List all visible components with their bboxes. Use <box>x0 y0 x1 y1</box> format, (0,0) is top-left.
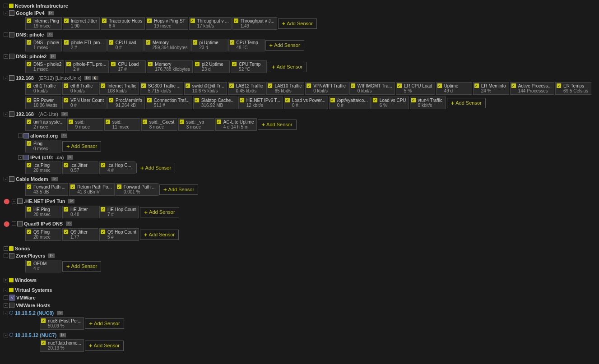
expand-er12[interactable]: - <box>4 76 8 80</box>
add-sensor-nuc7[interactable]: + Add Sensor <box>85 341 124 351</box>
sensor-uptime-er12[interactable]: ✓ Uptime 49 d <box>436 82 472 95</box>
sensor-sg300-traffic[interactable]: ✓ SG300 Traffic ... 5,715 kbit/s <box>140 82 183 95</box>
sensor-nuc7-host-perf[interactable]: ✓ nuc7.lab.home... 20.13 % <box>40 339 84 352</box>
sensor-cpu-load-pihole2[interactable]: ✓ CPU Load 17 # <box>110 60 146 73</box>
sensor-load-vs-power[interactable]: ✓ Load vs Power... 0 # <box>284 97 328 109</box>
sensor-return-path-power[interactable]: ✓ Return Path Po... 41.3 dBmV <box>69 183 115 196</box>
expand-windows[interactable]: + <box>4 278 8 282</box>
sensor-active-processes[interactable]: ✓ Active Process... 144 Processes <box>510 82 554 95</box>
sensor-nuc8-host-perf[interactable]: ✓ nuc8 (Host Per... 50.09 % <box>40 317 84 330</box>
sensor-internet-jitter[interactable]: ✓ Internet Jitter 1.90 <box>63 17 100 30</box>
add-sensor-ipv4-ca[interactable]: + Add Sensor <box>136 163 175 173</box>
sensor-ca-hop-count[interactable]: ✓ .ca Hop C... 4 # <box>99 161 135 174</box>
sensor-internet-ping[interactable]: ✓ Internet Ping 19 msec <box>25 17 62 30</box>
sensor-unifi-ap[interactable]: ✓ unifi ap syste... 2 msec <box>25 118 66 131</box>
expand-virtual-systems[interactable]: - <box>4 288 8 292</box>
sensor-slabtop-cache[interactable]: ✓ Slabtop Cache... 316.92 MB <box>193 97 237 109</box>
sensor-name: DNS - pihole2 <box>28 62 61 67</box>
sensor-ofdm[interactable]: ✓ OFDM 4 # <box>25 260 61 272</box>
sensor-ssid-2[interactable]: ✓ ssid: 11 msec <box>104 118 140 131</box>
sensor-wifimgmt-traffic[interactable]: ✓ WIFIMGMT Tra... 0 kbit/s <box>349 82 395 95</box>
sensor-henet-ipv6[interactable]: ✓ HE.NET IPv6 T... 12 kbit/s <box>238 97 283 109</box>
expand-network-infrastructure[interactable]: - <box>4 4 8 8</box>
sensor-lab10-traffic[interactable]: ✓ LAB10 Traffic 65 kbit/s <box>266 82 304 95</box>
add-sensor-er12[interactable]: + Add Sensor <box>447 98 486 108</box>
sensor-ca-ping[interactable]: ✓ .ca Ping 20 msec <box>25 161 61 174</box>
sensor-er-cpu-load[interactable]: ✓ ER CPU Load 5 % <box>396 82 435 95</box>
sensor-value: 316.92 MB <box>196 103 235 108</box>
sensor-cpu-temp-pihole2[interactable]: ✓ CPU Temp 52 °C <box>231 60 267 73</box>
add-sensor-he-net[interactable]: + Add Sensor <box>140 207 179 217</box>
sensor-ssid-vp[interactable]: ✓ ssid: _vp 3 msec <box>178 118 214 131</box>
expand-vmware-hosts[interactable]: - <box>4 303 8 308</box>
expand-nuc7[interactable]: - <box>4 333 8 337</box>
sensor-he-hop-count[interactable]: ✓ HE Hop Count 7 # <box>99 206 139 218</box>
sensor-eth8-traffic[interactable]: ✓ eth8 Traffic 0 kbit/s <box>62 82 98 95</box>
sensor-pi-uptime[interactable]: ✓ pi Uptime 23 d <box>191 39 228 51</box>
sensor-ssid-guest[interactable]: ✓ ssid: _Guest 8 msec <box>141 118 177 131</box>
sensor-ping-allowed[interactable]: ✓ Ping 0 msec <box>25 140 61 152</box>
sensor-q9-hop-count[interactable]: ✓ Q9 Hop Count 5 # <box>99 228 139 241</box>
sensor-load-vs-cpu[interactable]: ✓ Load vs CPU 6 % <box>371 97 409 109</box>
sensor-forward-path-1[interactable]: ✓ Forward Path ... 43.5 dB <box>25 183 68 196</box>
sensor-aclite-uptime[interactable]: ✓ AC-Lite Uptime 4 d 14 h 5 m <box>215 118 257 131</box>
sensor-er-temps[interactable]: ✓ ER Temps 69.5 Celsius <box>555 82 591 95</box>
add-sensor-zoneplayers[interactable]: + Add Sensor <box>62 261 101 272</box>
expand-google-ipv4[interactable]: - <box>4 11 8 15</box>
sensor-er-power[interactable]: ✓ ER Power 10.06 Watts <box>25 97 61 109</box>
sensor-pihole2-ftl[interactable]: ✓ pihole-FTL pro... 2 # <box>65 60 109 73</box>
sensor-traceroute-hops[interactable]: ✓ Traceroute Hops 8 # <box>101 17 145 30</box>
add-sensor-quad9[interactable]: + Add Sensor <box>140 230 179 240</box>
add-sensor-dns-pihole2[interactable]: + Add Sensor <box>268 62 306 72</box>
add-sensor-aclite[interactable]: + Add Sensor <box>258 120 297 130</box>
expand-sonos[interactable]: - <box>4 246 8 251</box>
expand-vmware[interactable]: - <box>4 295 8 300</box>
add-sensor-cable-modem[interactable]: + Add Sensor <box>159 184 198 195</box>
sensor-connection-traffic[interactable]: ✓ Connection Traf... 511 # <box>146 97 192 109</box>
expand-aclite[interactable]: - <box>4 112 8 116</box>
sensor-forward-path-2[interactable]: ✓ Forward Path ... 0.001 % <box>116 183 158 196</box>
sensor-switch0-traffic[interactable]: ✓ switch0@itf Tr... 10,675 kbit/s <box>184 82 227 95</box>
sensor-vtun4-traffic[interactable]: ✓ vtun4 Traffic 0 kbit/s <box>410 97 446 109</box>
expand-quad9[interactable]: - <box>12 221 16 226</box>
sensor-pi2-uptime[interactable]: ✓ pi2 Uptime 23 d <box>194 60 230 73</box>
sensor-q9-jitter[interactable]: ✓ Q9 Jitter 1.77 <box>62 228 98 241</box>
sensor-eth1-traffic[interactable]: ✓ eth1 Traffic 0 kbit/s <box>25 82 61 95</box>
sensor-dns-pihole[interactable]: ✓ DNS - pihole 1 msec <box>25 39 62 51</box>
sensor-he-ping[interactable]: ✓ HE Ping 20 msec <box>25 206 61 218</box>
sensor-internet-traffic[interactable]: ✓ Internet Traffic 108 kbit/s <box>99 82 139 95</box>
sensor-throughput-v1[interactable]: ✓ Throughput v ... 17 kbit/s <box>189 17 232 30</box>
sensor-hops-ping-sf[interactable]: ✓ Hops v Ping SF 19 msec <box>146 17 188 30</box>
sensor-memory-pihole[interactable]: ✓ Memory 259,364 kilobytes <box>144 39 190 51</box>
sensor-cpu-temp-pihole[interactable]: ✓ CPU Temp 48 °C <box>228 39 265 51</box>
sensor-vpnwifi-traffic[interactable]: ✓ VPNWIFI Traffic 0 kbit/s <box>305 82 348 95</box>
sensor-opt-vyatta[interactable]: ✓ /opt/vyatta/co... 0 # <box>329 97 371 109</box>
sensor-lab12-traffic[interactable]: ✓ LAB12 Traffic 0.45 kbit/s <box>228 82 266 95</box>
expand-he-net[interactable]: - <box>12 199 16 203</box>
sensor-q9-ping[interactable]: ✓ Q9 Ping 20 msec <box>25 228 61 241</box>
dns-pihole-sensors: ✓ DNS - pihole 1 msec ✓ pihole-FTL pro..… <box>4 38 595 52</box>
sensor-he-jitter[interactable]: ✓ HE Jitter 0.48 <box>62 206 98 218</box>
sensor-dns-pihole2[interactable]: ✓ DNS - pihole2 1 msec <box>25 60 64 73</box>
sensor-name: ProcMeminfo <box>110 98 142 103</box>
add-sensor-google-ipv4[interactable]: + Add Sensor <box>278 18 317 29</box>
expand-dns-pihole2[interactable]: - <box>4 54 8 59</box>
expand-dns-pihole[interactable]: - <box>4 32 8 37</box>
sensor-memory-pihole2[interactable]: ✓ Memory 176,788 kilobytes <box>147 60 193 73</box>
sensor-procmeminfo[interactable]: ✓ ProcMeminfo 91,264 kB <box>107 97 145 109</box>
expand-zoneplayers[interactable]: - <box>4 253 8 258</box>
add-sensor-nuc8[interactable]: + Add Sensor <box>85 318 124 329</box>
add-sensor-allowed-org[interactable]: + Add Sensor <box>62 141 101 152</box>
sensor-cpu-load-pihole[interactable]: ✓ CPU Load 0 # <box>107 39 144 51</box>
expand-ipv4-ca[interactable]: - <box>18 155 23 160</box>
sensor-pihole-ftl[interactable]: ✓ pihole-FTL pro... 2 # <box>63 39 107 51</box>
expand-allowed-org[interactable]: - <box>18 134 23 138</box>
expand-nuc8[interactable]: - <box>4 311 8 315</box>
sensor-ca-jitter[interactable]: ✓ .ca Jitter 0.57 <box>62 161 98 174</box>
add-sensor-dns-pihole[interactable]: + Add Sensor <box>265 40 304 51</box>
sensor-ssid-1[interactable]: ✓ ssid: 9 msec <box>67 118 103 131</box>
sensor-er-meminfo[interactable]: ✓ ER Meminfo 24 % <box>473 82 509 95</box>
sensor-vpn-user-count[interactable]: ✓ VPN User Count 0 # <box>62 97 107 109</box>
sensor-throughput-v2[interactable]: ✓ Throughput v J... 1.49 <box>232 17 277 30</box>
expand-cable-modem[interactable]: - <box>4 177 8 181</box>
